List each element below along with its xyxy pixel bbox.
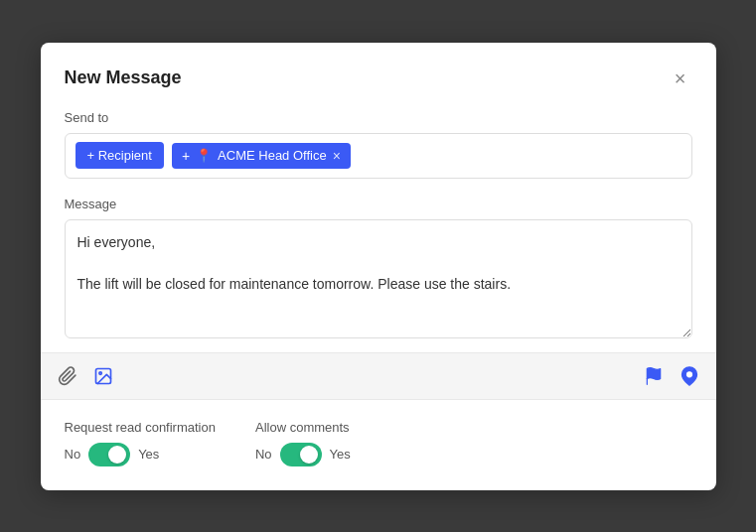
modal-title: New Message	[65, 67, 182, 88]
allow-comments-slider	[280, 443, 322, 466]
read-confirmation-yes-label: Yes	[138, 447, 159, 462]
recipient-tag-name: ACME Head Office	[218, 148, 327, 163]
read-confirmation-slider	[88, 443, 130, 466]
tag-plus-icon: +	[182, 148, 190, 164]
message-textarea[interactable]: Hi everyone, The lift will be closed for…	[65, 219, 692, 338]
read-confirmation-group: Request read confirmation No Yes	[65, 420, 216, 466]
remove-recipient-button[interactable]: ×	[333, 149, 341, 163]
svg-point-1	[98, 371, 101, 374]
message-section: Message Hi everyone, The lift will be cl…	[65, 197, 692, 342]
allow-comments-no-label: No	[255, 447, 272, 462]
close-button[interactable]: ×	[669, 66, 692, 90]
options-row: Request read confirmation No Yes Allow c…	[65, 416, 692, 466]
add-recipient-button[interactable]: + Recipient	[76, 142, 164, 169]
allow-comments-toggle[interactable]	[280, 443, 322, 466]
flag-icon	[644, 366, 664, 386]
message-toolbar	[41, 352, 716, 400]
modal-header: New Message ×	[65, 66, 692, 90]
attachment-button[interactable]	[53, 361, 82, 391]
allow-comments-group: Allow comments No Yes	[255, 420, 351, 466]
send-to-label: Send to	[65, 110, 692, 125]
svg-point-3	[686, 371, 691, 376]
toolbar-left	[53, 361, 118, 391]
attachment-icon	[58, 366, 77, 386]
image-button[interactable]	[88, 361, 118, 391]
allow-comments-toggle-row: No Yes	[255, 443, 351, 466]
location-icon: 📍	[196, 148, 212, 163]
read-confirmation-toggle-row: No Yes	[65, 443, 216, 466]
image-icon	[93, 366, 113, 386]
read-confirmation-no-label: No	[65, 447, 81, 462]
read-confirmation-label: Request read confirmation	[65, 420, 216, 435]
read-confirmation-toggle[interactable]	[88, 443, 130, 466]
message-label: Message	[65, 197, 692, 211]
pin-button[interactable]	[675, 361, 704, 391]
send-to-field: + Recipient + 📍 ACME Head Office ×	[65, 133, 692, 179]
allow-comments-yes-label: Yes	[330, 447, 351, 462]
pin-icon	[680, 366, 699, 386]
new-message-modal: New Message × Send to + Recipient + 📍 AC…	[41, 43, 716, 490]
allow-comments-label: Allow comments	[255, 420, 351, 435]
toolbar-right	[639, 361, 704, 391]
recipient-tag: + 📍 ACME Head Office ×	[172, 143, 351, 169]
flag-button[interactable]	[639, 361, 669, 391]
